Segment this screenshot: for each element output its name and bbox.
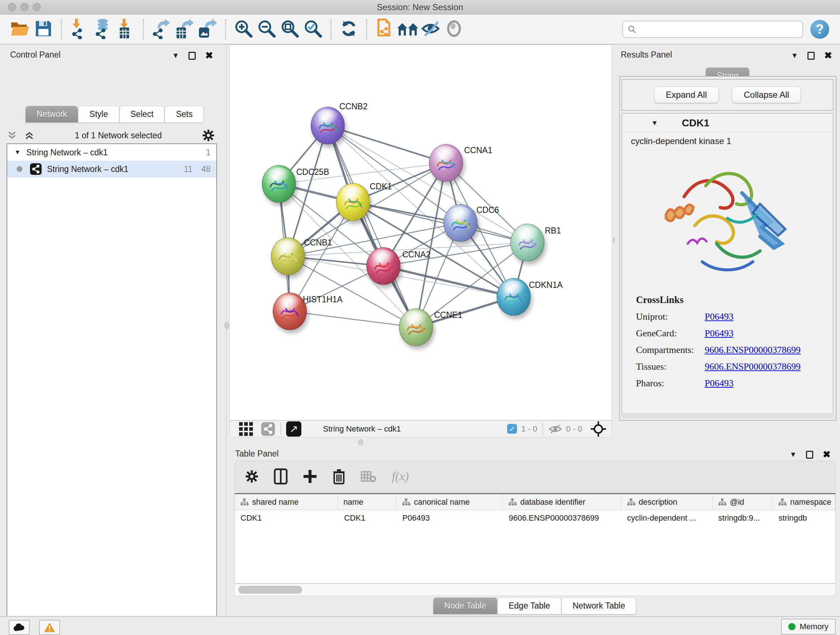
birdseye-grid-icon[interactable] <box>239 422 253 436</box>
column-header-shared-name[interactable]: shared name <box>235 494 338 510</box>
refresh-view-icon <box>339 19 358 40</box>
crosslink-link[interactable]: 9606.ENSP00000378699 <box>705 361 801 372</box>
crosslink-link[interactable]: P06493 <box>705 328 733 339</box>
node-CCNB1[interactable] <box>271 238 305 275</box>
float-panel-icon[interactable] <box>807 52 815 60</box>
zoom-out-button[interactable] <box>255 18 278 41</box>
clone-network-button[interactable] <box>373 18 396 41</box>
column-header-@id[interactable]: @id <box>713 494 773 510</box>
node-label-CDC25B: CDC25B <box>296 167 329 177</box>
network-row[interactable]: String Network – cdk1 11 48 <box>7 161 216 177</box>
zoom-in-button[interactable] <box>232 18 255 41</box>
clear-table-icon[interactable] <box>361 470 377 483</box>
zoom-selected-button[interactable] <box>302 18 325 41</box>
show-columns-icon[interactable] <box>274 469 287 485</box>
collapse-all-button[interactable]: Collapse All <box>732 87 801 103</box>
node-table[interactable]: shared namenamecanonical namedatabase id… <box>234 493 836 584</box>
warning-button[interactable] <box>39 620 60 635</box>
node-CCNA1[interactable] <box>429 144 463 182</box>
collapse-panel-icon[interactable]: ▼ <box>789 450 797 459</box>
tab-sets[interactable]: Sets <box>164 106 204 122</box>
cloud-button[interactable] <box>9 620 30 635</box>
table-hscrollbar-thumb[interactable] <box>238 586 302 594</box>
search-box[interactable] <box>622 21 803 38</box>
crosslink-link[interactable]: 9606.ENSP00000378699 <box>705 345 801 356</box>
network-status-dot <box>17 166 22 172</box>
column-header-name[interactable]: name <box>338 494 396 510</box>
column-header-canonical-name[interactable]: canonical name <box>396 494 503 510</box>
expand-all-icon[interactable] <box>6 130 17 141</box>
control-panel-tabs: NetworkStyleSelectSets <box>25 106 204 122</box>
horizontal-splitter-handle[interactable] <box>358 439 363 446</box>
node-label-HIST1H1A: HIST1H1A <box>303 295 343 304</box>
crosslink-link[interactable]: P06493 <box>705 378 733 389</box>
close-panel-icon[interactable]: ✖ <box>824 50 832 61</box>
tab-node-table[interactable]: Node Table <box>433 597 497 614</box>
refresh-view-button[interactable] <box>337 18 360 41</box>
open-session-button[interactable] <box>9 18 32 41</box>
help-button[interactable]: ? <box>808 18 831 41</box>
table-row[interactable]: CDK1CDK1P064939606.ENSP00000378699cyclin… <box>235 510 835 526</box>
tab-network-table[interactable]: Network Table <box>561 597 636 614</box>
node-label-CDK1: CDK1 <box>370 182 392 192</box>
tab-select[interactable]: Select <box>119 106 165 122</box>
memory-button[interactable]: Memory <box>781 619 836 635</box>
highlight-mode-button[interactable] <box>442 18 466 41</box>
selected-nodes-checkbox-icon[interactable]: ✓ <box>507 424 517 434</box>
add-column-icon[interactable] <box>303 469 317 484</box>
node-CDC25B[interactable] <box>262 165 296 203</box>
node-CCNE1[interactable] <box>399 309 433 346</box>
delete-column-icon[interactable] <box>332 469 346 485</box>
export-image-button[interactable] <box>196 18 219 41</box>
show-all-panels-button[interactable] <box>396 18 419 41</box>
import-network-database-button[interactable] <box>91 18 114 41</box>
close-panel-icon[interactable]: ✖ <box>823 449 831 460</box>
import-table-button[interactable] <box>114 18 137 41</box>
hide-panels-button[interactable] <box>419 18 442 41</box>
close-panel-icon[interactable]: ✖ <box>205 50 213 61</box>
save-session-button[interactable] <box>32 18 55 41</box>
column-header-description[interactable]: description <box>622 494 713 510</box>
gear-icon[interactable] <box>202 129 215 142</box>
search-input[interactable] <box>637 24 798 35</box>
table-hscrollbar[interactable] <box>234 584 836 596</box>
open-in-window-icon[interactable]: ↗ <box>286 421 302 437</box>
collapse-panel-icon[interactable]: ▼ <box>791 51 798 60</box>
gear-icon[interactable] <box>245 470 259 483</box>
share-network-icon[interactable] <box>261 422 275 436</box>
network-canvas[interactable]: CCNB2 CCNA1 CDC25B CDK1 CDC6 RB1 CCNB1 C… <box>229 44 612 420</box>
function-builder-icon[interactable]: f(x) <box>392 470 409 483</box>
fit-selected-icon[interactable] <box>590 421 607 437</box>
network-collection-row[interactable]: ▼ String Network – cdk1 1 <box>7 144 216 161</box>
node-CCNB2[interactable] <box>311 107 345 144</box>
collapse-all-icon[interactable] <box>24 130 35 141</box>
node-CDC6[interactable] <box>444 204 477 242</box>
section-collapse-icon[interactable]: ▼ <box>651 119 658 127</box>
export-network-icon <box>151 18 172 41</box>
collapse-panel-icon[interactable]: ▼ <box>172 51 179 60</box>
node-CCNA2[interactable] <box>366 247 401 285</box>
float-panel-icon[interactable] <box>188 52 196 60</box>
tab-style[interactable]: Style <box>78 106 119 122</box>
protein-section-header[interactable]: ▼ CDK1 <box>622 114 833 133</box>
column-header-database-identifier[interactable]: database identifier <box>503 494 621 510</box>
tab-network[interactable]: Network <box>25 106 78 122</box>
export-table-button[interactable] <box>173 18 196 41</box>
tab-edge-table[interactable]: Edge Table <box>497 597 561 614</box>
node-CDKN1A[interactable] <box>497 278 531 316</box>
tree-expand-icon[interactable]: ▼ <box>14 149 21 156</box>
expand-all-button[interactable]: Expand All <box>654 87 719 103</box>
float-panel-icon[interactable] <box>806 451 813 459</box>
export-network-button[interactable] <box>150 18 173 41</box>
left-splitter-handle[interactable] <box>224 322 229 329</box>
results-scrollbar[interactable] <box>622 413 834 418</box>
import-network-button[interactable] <box>68 18 91 41</box>
crosslink-link[interactable]: P06493 <box>705 311 733 322</box>
node-CDK1[interactable] <box>336 183 370 221</box>
node-HIST1H1A[interactable] <box>273 293 307 330</box>
node-RB1[interactable] <box>510 224 545 261</box>
column-header-namespace[interactable]: namespace <box>773 494 835 510</box>
table-cell: cyclin-dependent ... <box>622 510 713 526</box>
zoom-fit-button[interactable] <box>278 18 302 41</box>
network-selected-status: 1 of 1 Network selected <box>35 131 202 141</box>
